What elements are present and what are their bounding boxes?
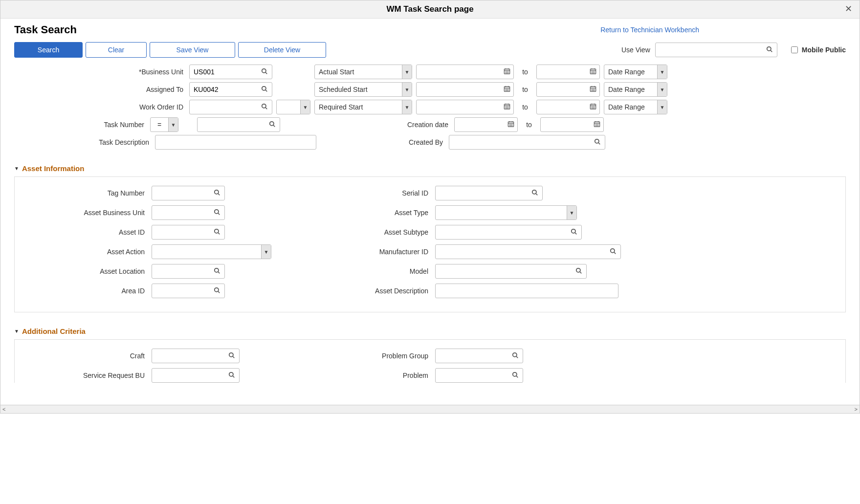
serial-id-lookup[interactable] xyxy=(435,186,543,200)
craft-lookup[interactable] xyxy=(152,349,240,363)
search-icon[interactable] xyxy=(508,372,523,380)
scroll-container[interactable]: Task Search Return to Technician Workben… xyxy=(0,19,860,405)
search-icon[interactable] xyxy=(257,86,272,94)
created-by-lookup[interactable] xyxy=(449,135,605,150)
delete-view-button[interactable]: Delete View xyxy=(238,42,326,58)
chevron-down-icon[interactable]: ▼ xyxy=(168,118,178,131)
tag-number-lookup[interactable] xyxy=(152,186,225,200)
business-unit-lookup[interactable] xyxy=(189,65,272,79)
return-link[interactable]: Return to Technician Workbench xyxy=(600,26,699,34)
search-icon[interactable] xyxy=(210,287,224,295)
calendar-icon[interactable] xyxy=(505,120,517,129)
search-icon[interactable] xyxy=(210,267,224,276)
asset-location-lookup[interactable] xyxy=(152,264,225,279)
asset-type-select[interactable]: ▼ xyxy=(435,205,577,220)
creation-date-from[interactable] xyxy=(454,117,518,132)
search-icon[interactable] xyxy=(508,352,523,360)
scheduled-start-select[interactable]: Scheduled Start ▼ xyxy=(314,82,412,97)
search-button[interactable]: Search xyxy=(14,42,83,58)
business-unit-input[interactable] xyxy=(190,66,257,78)
search-icon[interactable] xyxy=(210,228,224,237)
work-order-id-lookup[interactable] xyxy=(189,100,272,114)
service-request-bu-lookup[interactable] xyxy=(152,368,240,383)
search-icon[interactable] xyxy=(224,352,239,360)
problem-group-lookup[interactable] xyxy=(435,349,523,363)
required-start-range-select[interactable]: Date Range ▼ xyxy=(604,100,667,114)
asset-id-lookup[interactable] xyxy=(152,225,225,240)
calendar-icon[interactable] xyxy=(501,85,513,94)
chevron-down-icon[interactable]: ▼ xyxy=(402,83,412,96)
calendar-icon[interactable] xyxy=(591,120,603,129)
created-by-input[interactable] xyxy=(449,136,590,148)
chevron-down-icon[interactable]: ▼ xyxy=(261,245,271,259)
clear-button[interactable]: Clear xyxy=(86,42,147,58)
assigned-to-lookup[interactable] xyxy=(189,82,272,97)
actual-start-to-date[interactable] xyxy=(536,65,600,79)
search-icon[interactable] xyxy=(210,189,224,197)
search-icon[interactable] xyxy=(762,46,777,54)
asset-type-label: Asset Type xyxy=(284,209,430,217)
scheduled-start-from-date[interactable] xyxy=(416,82,514,97)
creation-date-to[interactable] xyxy=(540,117,604,132)
work-order-extra-select[interactable]: ▼ xyxy=(276,100,310,114)
search-icon[interactable] xyxy=(528,189,542,197)
chevron-down-icon[interactable]: ▼ xyxy=(657,100,667,114)
task-description-input[interactable] xyxy=(155,135,316,150)
search-icon[interactable] xyxy=(590,138,605,147)
required-start-to-date[interactable] xyxy=(536,100,600,114)
asset-description-input[interactable] xyxy=(435,284,618,298)
mobile-public-checkbox[interactable] xyxy=(791,46,798,53)
chevron-down-icon[interactable]: ▼ xyxy=(300,100,310,114)
actual-start-select[interactable]: Actual Start ▼ xyxy=(314,65,412,79)
actual-start-from-date[interactable] xyxy=(416,65,514,79)
required-start-select[interactable]: Required Start ▼ xyxy=(314,100,412,114)
scheduled-start-range-select[interactable]: Date Range ▼ xyxy=(604,82,667,97)
calendar-icon[interactable] xyxy=(587,67,599,76)
save-view-button[interactable]: Save View xyxy=(150,42,235,58)
search-icon[interactable] xyxy=(572,267,586,276)
horizontal-scrollbar[interactable]: < > xyxy=(0,405,860,413)
actual-start-range-select[interactable]: Date Range ▼ xyxy=(604,65,667,79)
search-icon[interactable] xyxy=(257,103,272,111)
work-order-id-input[interactable] xyxy=(190,101,257,113)
task-number-input[interactable] xyxy=(198,119,265,131)
search-icon[interactable] xyxy=(265,121,280,129)
asset-info-section-header[interactable]: ▼ Asset Information xyxy=(14,164,846,173)
search-icon[interactable] xyxy=(257,68,272,76)
use-view-field[interactable] xyxy=(656,44,762,56)
problem-lookup[interactable] xyxy=(435,368,523,383)
scroll-right-icon[interactable]: > xyxy=(855,406,858,412)
chevron-down-icon[interactable]: ▼ xyxy=(402,65,412,79)
chevron-down-icon[interactable]: ▼ xyxy=(657,65,667,79)
model-lookup[interactable] xyxy=(435,264,587,279)
search-icon[interactable] xyxy=(567,228,581,237)
use-view-input[interactable] xyxy=(655,43,777,57)
svg-point-10 xyxy=(508,71,508,72)
asset-subtype-lookup[interactable] xyxy=(435,225,582,240)
service-request-bu-label: Service Request BU xyxy=(20,372,147,379)
svg-point-98 xyxy=(215,229,219,233)
chevron-down-icon[interactable]: ▼ xyxy=(567,206,576,219)
search-icon[interactable] xyxy=(224,372,239,380)
manufacturer-id-lookup[interactable] xyxy=(435,244,621,259)
task-number-operator-select[interactable]: = ▼ xyxy=(150,117,178,132)
required-start-from-date[interactable] xyxy=(416,100,514,114)
calendar-icon[interactable] xyxy=(587,103,599,111)
chevron-down-icon[interactable]: ▼ xyxy=(402,100,412,114)
chevron-down-icon[interactable]: ▼ xyxy=(657,83,667,96)
asset-action-select[interactable]: ▼ xyxy=(152,244,271,259)
area-id-lookup[interactable] xyxy=(152,284,225,298)
asset-bu-lookup[interactable] xyxy=(152,205,225,220)
calendar-icon[interactable] xyxy=(587,85,599,94)
scroll-left-icon[interactable]: < xyxy=(2,406,5,412)
calendar-icon[interactable] xyxy=(501,67,513,76)
task-number-lookup[interactable] xyxy=(197,117,280,132)
svg-point-12 xyxy=(507,73,507,73)
scheduled-start-to-date[interactable] xyxy=(536,82,600,97)
calendar-icon[interactable] xyxy=(501,103,513,111)
assigned-to-input[interactable] xyxy=(190,84,257,95)
close-icon[interactable]: ✕ xyxy=(845,3,852,14)
search-icon[interactable] xyxy=(210,209,224,217)
search-icon[interactable] xyxy=(606,248,620,256)
additional-criteria-section-header[interactable]: ▼ Additional Criteria xyxy=(14,327,846,335)
